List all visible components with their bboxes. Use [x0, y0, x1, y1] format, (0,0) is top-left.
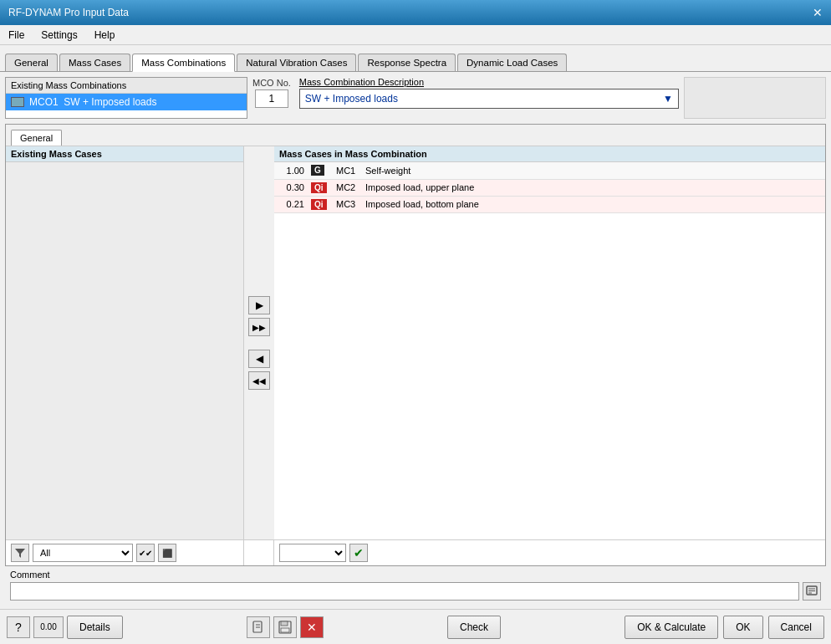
factor-cell: 0.30 — [274, 179, 308, 196]
mco-icon — [11, 97, 24, 107]
top-section: Existing Mass Combinations MCO1 SW + Imp… — [5, 77, 826, 119]
svg-rect-9 — [281, 621, 288, 626]
description-label: Mass Combination Description — [299, 77, 679, 87]
existing-cases-header: Existing Mass Cases — [6, 146, 243, 162]
save-icon[interactable] — [273, 616, 297, 638]
description-section: Mass Combination Description SW + Impose… — [299, 77, 679, 109]
inner-tabs: General — [6, 125, 825, 146]
mid-bottom-toolbar — [244, 540, 274, 565]
filter-select[interactable]: All — [33, 544, 133, 562]
panels-container: Existing Mass Cases ▶ ▶▶ ◀ ◀◀ Mass Cases… — [6, 146, 825, 539]
bottom-center-buttons: ✕ — [247, 616, 324, 638]
factor-cell: 1.00 — [274, 162, 308, 179]
mco-item-label: SW + Imposed loads — [64, 96, 156, 108]
ok-calculate-button[interactable]: OK & Calculate — [625, 616, 718, 639]
mass-combination-item[interactable]: MCO1 SW + Imposed loads — [6, 94, 247, 110]
svg-rect-10 — [281, 628, 289, 632]
title-bar: RF-DYNAM Pro Input Data ✕ — [0, 0, 831, 25]
mco-no-label: MCO No. — [252, 78, 291, 88]
menu-settings[interactable]: Settings — [38, 29, 80, 41]
confirm-icon[interactable]: ✔ — [349, 544, 368, 562]
comment-row — [10, 582, 821, 601]
table-row[interactable]: 0.21 Qi MC3 Imposed load, bottom plane — [274, 196, 825, 212]
tab-mass-cases[interactable]: Mass Cases — [59, 54, 130, 71]
tab-general[interactable]: General — [5, 54, 58, 71]
mco-item-id: MCO1 — [29, 96, 59, 108]
add-all-button[interactable]: ▶▶ — [248, 318, 270, 336]
existing-mass-combinations-header: Existing Mass Combinations — [6, 78, 247, 94]
cancel-button[interactable]: Cancel — [768, 616, 824, 639]
tab-response-spectra[interactable]: Response Spectra — [358, 54, 456, 71]
right-placeholder — [684, 77, 826, 119]
number-display[interactable]: 0.00 — [33, 616, 64, 638]
tag-cell: Qi — [308, 196, 333, 212]
desc-cell: Imposed load, bottom plane — [362, 196, 825, 212]
menu-file[interactable]: File — [5, 29, 28, 41]
menu-help[interactable]: Help — [91, 29, 119, 41]
filter-icon[interactable] — [11, 544, 29, 562]
mass-cases-body: 1.00 G MC1 Self-weight 0.30 Qi MC2 Impos… — [274, 162, 825, 539]
comment-label: Comment — [10, 570, 821, 580]
mco-number-input[interactable]: 1 — [255, 89, 288, 108]
tag-cell: Qi — [308, 179, 333, 196]
table-row[interactable]: 1.00 G MC1 Self-weight — [274, 162, 825, 179]
bottom-toolbars: All ✔✔ ⬛ ✔ — [6, 539, 825, 565]
check-button[interactable]: Check — [447, 616, 501, 639]
mass-cases-filter-select[interactable] — [279, 544, 346, 562]
desc-cell: Self-weight — [362, 162, 825, 179]
mass-cases-table: 1.00 G MC1 Self-weight 0.30 Qi MC2 Impos… — [274, 162, 825, 213]
tag-g-icon: G — [311, 165, 324, 176]
delete-icon[interactable]: ✕ — [300, 616, 324, 638]
main-content: Existing Mass Combinations MCO1 SW + Imp… — [0, 72, 831, 609]
bottom-left-buttons: ? 0.00 Details — [7, 616, 123, 639]
inner-tab-general[interactable]: General — [11, 130, 62, 146]
transfer-buttons: ▶ ▶▶ ◀ ◀◀ — [244, 146, 274, 539]
mass-cases-section: Mass Cases in Mass Combination 1.00 G MC… — [274, 146, 825, 539]
bottom-right-buttons: OK & Calculate OK Cancel — [625, 616, 824, 639]
select-all-icon[interactable]: ✔✔ — [136, 544, 155, 562]
existing-bottom-toolbar: All ✔✔ ⬛ — [6, 540, 244, 565]
comment-input[interactable] — [10, 582, 799, 601]
svg-marker-0 — [15, 549, 25, 558]
add-one-button[interactable]: ▶ — [248, 296, 270, 314]
deselect-all-icon[interactable]: ⬛ — [158, 544, 176, 562]
description-value: SW + Imposed loads — [305, 93, 398, 105]
existing-cases-section: Existing Mass Cases — [6, 146, 244, 539]
bottom-left-extra: ✕ — [247, 616, 324, 638]
mc-cell: MC3 — [333, 196, 362, 212]
comment-section: Comment — [5, 566, 826, 604]
tag-cell: G — [308, 162, 333, 179]
existing-cases-body — [6, 162, 243, 539]
tabs-bar: General Mass Cases Mass Combinations Nat… — [0, 45, 831, 72]
remove-all-button[interactable]: ◀◀ — [248, 371, 270, 390]
dropdown-arrow-icon: ▼ — [663, 93, 673, 105]
mass-cases-header: Mass Cases in Mass Combination — [274, 146, 825, 162]
check-button-section: Check — [447, 616, 501, 639]
tag-qi-icon: Qi — [311, 199, 327, 210]
tab-natural-vibration[interactable]: Natural Vibration Cases — [237, 54, 356, 71]
mass-bottom-toolbar: ✔ — [274, 540, 825, 565]
work-area: General Existing Mass Cases ▶ ▶▶ ◀ ◀◀ M — [5, 124, 826, 566]
help-icon[interactable]: ? — [7, 616, 30, 638]
window-title: RF-DYNAM Pro Input Data — [8, 7, 129, 18]
tab-mass-combinations[interactable]: Mass Combinations — [132, 54, 235, 72]
remove-one-button[interactable]: ◀ — [248, 350, 270, 368]
ok-button[interactable]: OK — [723, 616, 762, 639]
tab-dynamic-load-cases[interactable]: Dynamic Load Cases — [457, 54, 567, 71]
desc-cell: Imposed load, upper plane — [362, 179, 825, 196]
description-combo[interactable]: SW + Imposed loads ▼ — [299, 89, 679, 109]
mc-cell: MC1 — [333, 162, 362, 179]
menu-bar: File Settings Help — [0, 25, 831, 45]
comment-icon-button[interactable] — [803, 582, 821, 601]
new-icon[interactable] — [247, 616, 270, 638]
existing-mass-combinations-panel: Existing Mass Combinations MCO1 SW + Imp… — [5, 77, 247, 119]
details-button[interactable]: Details — [67, 616, 123, 639]
bottom-bar: ? 0.00 Details ✕ Check — [0, 609, 831, 644]
table-row[interactable]: 0.30 Qi MC2 Imposed load, upper plane — [274, 179, 825, 196]
close-icon[interactable]: ✕ — [813, 6, 823, 19]
tag-qi-icon: Qi — [311, 182, 327, 193]
mc-cell: MC2 — [333, 179, 362, 196]
factor-cell: 0.21 — [274, 196, 308, 212]
